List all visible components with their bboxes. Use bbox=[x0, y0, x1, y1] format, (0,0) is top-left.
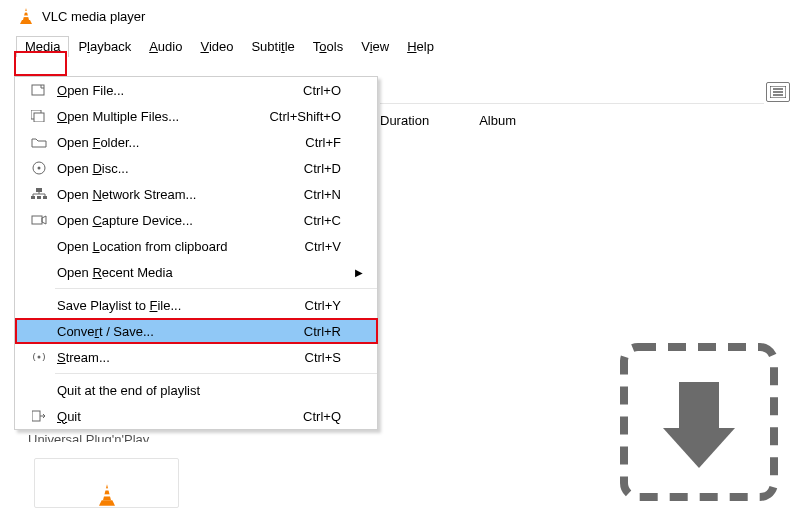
menu-open-capture-device[interactable]: Open Capture Device... Ctrl+C bbox=[15, 207, 377, 233]
menu-quit[interactable]: Quit Ctrl+Q bbox=[15, 403, 377, 429]
menu-open-network-stream[interactable]: Open Network Stream... Ctrl+N bbox=[15, 181, 377, 207]
titlebar: VLC media player bbox=[0, 0, 800, 32]
menu-save-playlist[interactable]: Save Playlist to File... Ctrl+Y bbox=[15, 292, 377, 318]
menu-subtitle[interactable]: Subtitle bbox=[242, 36, 303, 57]
svg-marker-3 bbox=[20, 20, 32, 24]
svg-rect-14 bbox=[37, 196, 41, 199]
svg-rect-1 bbox=[24, 11, 29, 13]
menu-open-file[interactable]: Open File... Ctrl+O bbox=[15, 77, 377, 103]
folder-icon bbox=[31, 136, 47, 148]
svg-rect-15 bbox=[43, 196, 47, 199]
svg-rect-27 bbox=[103, 488, 109, 490]
menu-stream[interactable]: Stream... Ctrl+S bbox=[15, 344, 377, 370]
vlc-cone-icon bbox=[96, 483, 118, 507]
menu-media[interactable]: Media bbox=[16, 36, 69, 57]
svg-point-12 bbox=[38, 167, 41, 170]
capture-icon bbox=[31, 214, 47, 226]
list-icon bbox=[770, 86, 786, 98]
menu-playback[interactable]: Playback bbox=[69, 36, 140, 57]
menu-video[interactable]: Video bbox=[191, 36, 242, 57]
menubar: Media Playback Audio Video Subtitle Tool… bbox=[0, 32, 800, 61]
dropzone-icon[interactable] bbox=[619, 342, 779, 502]
network-icon bbox=[31, 188, 47, 200]
svg-rect-8 bbox=[32, 85, 44, 95]
window-title: VLC media player bbox=[42, 9, 145, 24]
svg-rect-24 bbox=[32, 411, 40, 421]
svg-marker-22 bbox=[42, 216, 46, 224]
submenu-arrow-icon: ▶ bbox=[355, 267, 363, 278]
header-rule bbox=[380, 103, 764, 104]
svg-marker-29 bbox=[99, 500, 115, 505]
menu-open-folder[interactable]: Open Folder... Ctrl+F bbox=[15, 129, 377, 155]
menu-open-recent-media[interactable]: Open Recent Media ▶ bbox=[15, 259, 377, 285]
menu-open-multiple-files[interactable]: Open Multiple Files... Ctrl+Shift+O bbox=[15, 103, 377, 129]
menu-separator bbox=[55, 373, 377, 374]
menu-open-location-clipboard[interactable]: Open Location from clipboard Ctrl+V bbox=[15, 233, 377, 259]
stream-icon bbox=[31, 351, 47, 363]
menu-audio[interactable]: Audio bbox=[140, 36, 191, 57]
col-album[interactable]: Album bbox=[479, 113, 516, 128]
menu-tools[interactable]: Tools bbox=[304, 36, 352, 57]
sidebar-thumbnail bbox=[34, 458, 179, 508]
menu-help[interactable]: Help bbox=[398, 36, 443, 57]
playlist-column-headers: Duration Album bbox=[380, 108, 790, 132]
svg-marker-26 bbox=[103, 484, 111, 500]
file-icon bbox=[31, 84, 47, 96]
svg-marker-32 bbox=[663, 428, 735, 468]
files-icon bbox=[31, 110, 47, 122]
menu-open-disc[interactable]: Open Disc... Ctrl+D bbox=[15, 155, 377, 181]
svg-rect-2 bbox=[23, 16, 29, 18]
svg-point-23 bbox=[38, 356, 41, 359]
sidebar-peek-text: Universal Plug'n'Play bbox=[28, 432, 198, 442]
svg-rect-21 bbox=[32, 216, 42, 224]
quit-icon bbox=[32, 410, 46, 422]
disc-icon bbox=[32, 161, 46, 175]
svg-rect-28 bbox=[103, 494, 111, 496]
playlist-view-button[interactable] bbox=[766, 82, 790, 102]
menu-quit-end-playlist[interactable]: Quit at the end of playlist bbox=[15, 377, 377, 403]
media-dropdown: Open File... Ctrl+O Open Multiple Files.… bbox=[14, 76, 378, 430]
menu-view[interactable]: View bbox=[352, 36, 398, 57]
svg-marker-0 bbox=[23, 8, 29, 20]
svg-rect-10 bbox=[34, 113, 44, 122]
menu-separator bbox=[55, 288, 377, 289]
vlc-cone-icon bbox=[18, 7, 34, 25]
svg-rect-31 bbox=[679, 382, 719, 430]
menu-convert-save[interactable]: Convert / Save... Ctrl+R bbox=[15, 318, 377, 344]
svg-rect-16 bbox=[36, 188, 42, 192]
svg-rect-13 bbox=[31, 196, 35, 199]
col-duration[interactable]: Duration bbox=[380, 113, 429, 128]
